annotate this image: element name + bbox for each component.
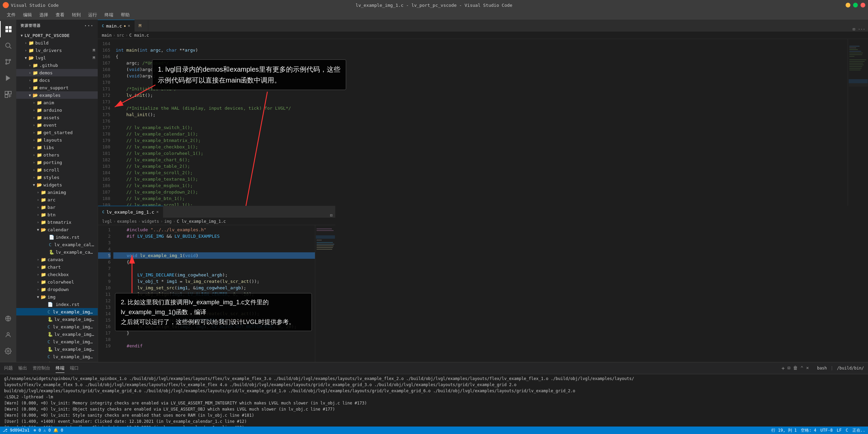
new-file-icon[interactable]: ··· (84, 23, 94, 29)
sidebar-item-checkbox[interactable]: › 📁 checkbox (16, 271, 98, 278)
sidebar-item-get-started[interactable]: › 📁 get_started (16, 129, 98, 136)
sidebar-item-dropdown[interactable]: › 📁 dropdown (16, 286, 98, 293)
spaces-status[interactable]: 空格: 4 (801, 428, 816, 433)
sidebar-item-calendar[interactable]: ▼ 📂 calendar (16, 226, 98, 233)
sidebar-item-lv-example-img-3py[interactable]: 🐍 lv_example_img_3.py (16, 345, 98, 353)
terminal-tab-debug[interactable]: 资控制台 (33, 364, 50, 373)
extensions-activity-icon[interactable] (0, 86, 16, 103)
sync-status[interactable]: 正在.. (852, 428, 865, 433)
errors-warnings-status[interactable]: ⊗ 0 ⚠ 0 🔔 0 (34, 428, 63, 433)
maximize-button[interactable] (853, 3, 858, 7)
menu-help[interactable]: 帮助 (117, 11, 133, 19)
sidebar-item-lv-drivers[interactable]: › 📁 lv_drivers M (16, 47, 98, 54)
sidebar-item-bar[interactable]: › 📁 bar (16, 203, 98, 211)
encoding-status[interactable]: UTF-8 (820, 428, 833, 433)
left-code-editor[interactable]: 164 165 166 167 168 169 170 171 172 173 … (98, 39, 868, 206)
sidebar-item-animimg[interactable]: › 📁 animimg (16, 188, 98, 196)
svg-rect-28 (849, 66, 862, 67)
tab-m-badge[interactable]: M (135, 20, 148, 32)
source-control-activity-icon[interactable] (0, 54, 16, 70)
sidebar-item-examples[interactable]: ▼ 📂 examples (16, 91, 98, 99)
sidebar-item-event[interactable]: › 📁 event (16, 121, 98, 129)
sidebar-item-scroll[interactable]: › 📁 scroll (16, 166, 98, 174)
tab-lv-example-img-1c[interactable]: C lv_example_img_1.c × (98, 206, 163, 218)
menu-select[interactable]: 选择 (36, 11, 52, 19)
run-activity-icon[interactable] (0, 70, 16, 86)
sidebar-item-root[interactable]: ▼ LV_PORT_PC_VSCODE (16, 32, 98, 39)
terminal-tab-terminal[interactable]: 终端 (56, 364, 64, 373)
terminal-maximize-icon[interactable]: ⌃ (800, 365, 803, 372)
terminal-add-icon[interactable]: + (781, 365, 785, 372)
more-icon[interactable]: ··· (858, 27, 865, 32)
account-activity-icon[interactable] (0, 327, 16, 343)
tab-main-c[interactable]: C main.c ● × (98, 20, 135, 32)
sidebar-item-index-rst[interactable]: 📄 index.rst (16, 233, 98, 241)
split-editor-icon[interactable]: ⊡ (330, 213, 333, 218)
terminal-split-icon[interactable]: ⊡ (788, 365, 790, 372)
sidebar-item-github[interactable]: › 📁 .github (16, 61, 98, 69)
terminal-body[interactable]: gl/examples/widgets/spinbox/lv_example_s… (0, 374, 868, 427)
remote-icon[interactable] (0, 310, 16, 327)
settings-activity-icon[interactable] (0, 343, 16, 359)
folder-icon: 📁 (41, 190, 46, 195)
code-content-left[interactable]: int main(int argc, char **argv) { argc; … (113, 39, 848, 206)
sidebar-item-lv-example-img-3c[interactable]: C lv_example_img_3.c (16, 338, 98, 345)
sidebar-item-styles[interactable]: › 📁 styles (16, 174, 98, 181)
eol-status[interactable]: LF (837, 428, 842, 433)
terminal-tab-ports[interactable]: 端口 (70, 364, 79, 373)
sidebar-item-lv-example-img-4c[interactable]: C lv_example_img_4.c (16, 353, 98, 360)
sidebar-item-env-support[interactable]: › 📁 env_support (16, 84, 98, 91)
right-code-content[interactable]: #include "../../lv_examples.h" #if LV_US… (113, 225, 315, 362)
menu-file[interactable]: 文件 (3, 11, 19, 19)
minimize-button[interactable] (846, 3, 850, 7)
sidebar-item-lv-example-img-2py[interactable]: 🐍 lv_example_img_2.py (16, 330, 98, 338)
sidebar-item-btn[interactable]: › 📁 btn (16, 211, 98, 218)
terminal-tab-output[interactable]: 输出 (18, 364, 27, 373)
sidebar-item-lvgl[interactable]: ▼ 📂 lvgl M (16, 54, 98, 61)
folder-open-icon: 📂 (41, 294, 46, 300)
terminal-close-icon[interactable]: × (806, 365, 809, 372)
sidebar-item-canvas[interactable]: › 📁 canvas (16, 256, 98, 263)
sidebar-item-arduino[interactable]: › 📁 arduino (16, 106, 98, 114)
sidebar-item-index-rst2[interactable]: 📄 index.rst (16, 301, 98, 308)
menu-run[interactable]: 运行 (85, 11, 100, 19)
terminal-trash-icon[interactable]: 🗑 (793, 365, 798, 372)
sidebar-item-others[interactable]: › 📁 others (16, 151, 98, 159)
sidebar-item-layouts[interactable]: › 📁 layouts (16, 136, 98, 144)
sidebar-item-img[interactable]: ▼ 📂 img (16, 293, 98, 301)
menu-goto[interactable]: 转到 (69, 11, 84, 19)
sidebar-item-assets[interactable]: › 📁 assets (16, 114, 98, 121)
activity-bar (0, 20, 16, 362)
sidebar-item-calendar-1c[interactable]: C lv_example_calendar_1.c (16, 241, 98, 248)
sidebar-item-colorwheel[interactable]: › 📁 colorwheel (16, 278, 98, 286)
menu-view[interactable]: 查看 (52, 11, 68, 19)
right-code-editor[interactable]: 1 2 3 4 5 6 7 8 9 10 11 12 13 14 15 16 1 (98, 225, 335, 362)
sidebar-item-demos[interactable]: › 📁 demos (16, 69, 98, 76)
sidebar-item-porting[interactable]: › 📁 porting (16, 159, 98, 166)
sidebar-item-chart[interactable]: › 📁 chart (16, 263, 98, 271)
close-button[interactable] (861, 3, 865, 7)
split-editor-icon[interactable]: ⊡ (853, 27, 855, 32)
sidebar-item-anim[interactable]: › 📁 anim (16, 99, 98, 106)
sidebar-item-lv-example-img-2c[interactable]: C lv_example_img_2.c (16, 323, 98, 330)
language-status[interactable]: C (846, 428, 848, 433)
c-file-icon: C (49, 242, 52, 247)
sidebar-item-calendar-1py[interactable]: 🐍 lv_example_calendar_1.py (16, 248, 98, 256)
git-branch-status[interactable]: ⎇ 9d0942a1 (3, 428, 30, 433)
menu-terminal[interactable]: 终端 (101, 11, 117, 19)
terminal-tab-problems[interactable]: 问题 (4, 364, 13, 373)
menu-edit[interactable]: 编辑 (20, 11, 35, 19)
sidebar-item-lv-example-img-1c[interactable]: C lv_example_img_1.c (16, 308, 98, 315)
sidebar-item-docs[interactable]: › 📁 docs (16, 76, 98, 84)
cursor-position-status[interactable]: 行 19, 列 1 (771, 428, 797, 433)
search-activity-icon[interactable] (0, 37, 16, 54)
sidebar-item-lv-example-img-1py[interactable]: 🐍 lv_example_img_1.py (16, 315, 98, 323)
sidebar-item-libs[interactable]: › 📁 libs (16, 144, 98, 151)
tab-close-button[interactable]: × (128, 23, 130, 28)
sidebar-item-widgets[interactable]: ▼ 📂 widgets (16, 181, 98, 188)
sidebar-item-btnmatrix[interactable]: › 📁 btnmatrix (16, 218, 98, 226)
explorer-activity-icon[interactable] (0, 21, 16, 37)
sidebar-item-arc[interactable]: › 📁 arc (16, 196, 98, 203)
tab-close-button[interactable]: × (156, 210, 159, 214)
sidebar-item-build[interactable]: › 📁 build (16, 39, 98, 47)
